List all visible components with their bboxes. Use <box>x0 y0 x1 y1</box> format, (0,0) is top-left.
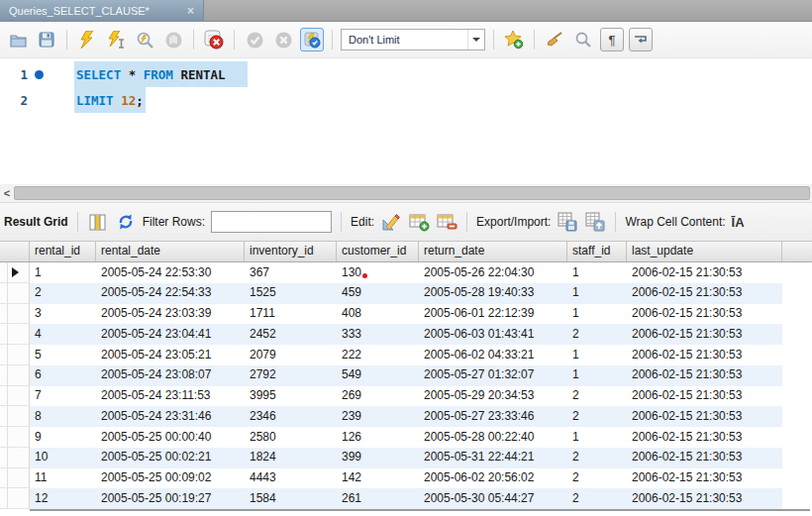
table-row[interactable]: 102005-05-25 00:02:2118243992005-05-31 2… <box>0 448 812 468</box>
table-row[interactable]: 42005-05-24 23:04:4124523332005-06-03 01… <box>0 324 812 345</box>
table-cell-inventory_id[interactable]: 3995 <box>245 386 337 407</box>
table-cell-inventory_id[interactable]: 1711 <box>245 304 337 325</box>
table-cell-staff_id[interactable]: 1 <box>567 427 627 448</box>
scroll-left-button[interactable]: < <box>0 184 14 202</box>
table-cell-staff_id[interactable]: 2 <box>567 324 627 345</box>
table-cell-return_date[interactable]: 2005-06-03 01:43:41 <box>419 324 567 345</box>
table-cell-rental_date[interactable]: 2005-05-24 23:05:21 <box>96 345 245 365</box>
table-cell-last_update[interactable]: 2006-02-15 21:30:53 <box>627 386 782 407</box>
table-cell-rental_date[interactable]: 2005-05-25 00:19:27 <box>96 488 245 509</box>
table-cell-rental_id[interactable]: 2 <box>30 283 96 304</box>
table-row[interactable]: 92005-05-25 00:00:4025801262005-05-28 00… <box>0 427 812 448</box>
table-cell-rental_id[interactable]: 9 <box>30 427 96 448</box>
table-row[interactable]: 32005-05-24 23:03:3917114082005-06-01 22… <box>0 304 812 325</box>
table-cell-staff_id[interactable]: 1 <box>567 283 627 304</box>
column-header-customer_id[interactable]: customer_id <box>337 242 419 261</box>
table-cell-rental_date[interactable]: 2005-05-24 22:54:33 <box>96 283 245 304</box>
dropdown-arrow-icon[interactable] <box>467 30 484 50</box>
sql-editor[interactable]: 1SELECT * FROM RENTAL2LIMIT 12; <box>0 58 812 184</box>
table-cell-rental_date[interactable]: 2005-05-25 00:00:40 <box>96 427 245 448</box>
table-cell-customer_id[interactable]: 399 <box>337 448 419 468</box>
table-cell-inventory_id[interactable]: 2079 <box>245 345 337 365</box>
table-cell-return_date[interactable]: 2005-05-26 22:04:30 <box>419 262 567 283</box>
table-row[interactable]: 72005-05-24 23:11:5339952692005-05-29 20… <box>0 386 812 407</box>
row-selector[interactable] <box>0 468 30 489</box>
row-selector[interactable] <box>0 304 30 325</box>
column-header-rental_date[interactable]: rental_date <box>96 242 245 261</box>
stop-icon[interactable] <box>161 28 185 52</box>
row-selector[interactable] <box>0 283 30 304</box>
table-cell-last_update[interactable]: 2006-02-15 21:30:53 <box>627 304 782 325</box>
delete-row-icon[interactable] <box>436 211 457 233</box>
table-cell-return_date[interactable]: 2005-06-02 04:33:21 <box>419 345 567 365</box>
find-icon[interactable] <box>571 28 595 52</box>
table-cell-last_update[interactable]: 2006-02-15 21:30:53 <box>627 427 782 448</box>
row-selector[interactable] <box>0 365 30 386</box>
table-cell-staff_id[interactable]: 2 <box>567 386 627 407</box>
import-records-icon[interactable] <box>584 211 606 233</box>
column-header-return_date[interactable]: return_date <box>419 242 567 261</box>
table-cell-rental_id[interactable]: 12 <box>30 488 96 509</box>
limit-rows-dropdown[interactable]: Don't Limit <box>341 29 485 51</box>
table-cell-customer_id[interactable]: 239 <box>337 406 419 427</box>
row-selector[interactable] <box>0 386 30 407</box>
table-cell-last_update[interactable]: 2006-02-15 21:30:53 <box>627 283 782 304</box>
column-header-inventory_id[interactable]: inventory_id <box>245 242 337 261</box>
table-cell-rental_id[interactable]: 11 <box>30 468 96 489</box>
table-cell-rental_id[interactable]: 6 <box>30 365 96 386</box>
refresh-icon[interactable] <box>115 211 137 233</box>
tab-close-icon[interactable]: × <box>184 4 197 18</box>
explain-icon[interactable] <box>133 28 156 52</box>
row-selector[interactable] <box>0 324 30 345</box>
table-row[interactable]: 112005-05-25 00:09:0244431422005-06-02 2… <box>0 468 812 489</box>
table-cell-inventory_id[interactable]: 2452 <box>245 324 337 345</box>
toggle-stop-on-error-icon[interactable] <box>202 28 226 52</box>
table-cell-return_date[interactable]: 2005-05-27 01:32:07 <box>419 365 567 386</box>
row-selector-header[interactable] <box>0 242 30 261</box>
table-cell-rental_date[interactable]: 2005-05-24 23:03:39 <box>96 304 245 325</box>
table-cell-return_date[interactable]: 2005-05-29 20:34:53 <box>419 386 567 407</box>
table-cell-staff_id[interactable]: 1 <box>567 345 627 365</box>
show-invisibles-icon[interactable]: ¶ <box>600 28 624 52</box>
table-cell-rental_id[interactable]: 8 <box>30 406 96 427</box>
table-cell-rental_id[interactable]: 5 <box>30 345 96 365</box>
row-selector[interactable] <box>0 488 30 509</box>
table-cell-customer_id[interactable]: 269 <box>337 386 419 407</box>
table-cell-rental_id[interactable]: 7 <box>30 386 96 407</box>
table-cell-inventory_id[interactable]: 4443 <box>245 468 337 489</box>
beautify-icon[interactable] <box>543 28 566 52</box>
table-row[interactable]: 62005-05-24 23:08:0727925492005-05-27 01… <box>0 365 812 386</box>
table-cell-staff_id[interactable]: 1 <box>567 365 627 386</box>
table-cell-customer_id[interactable]: 408 <box>337 304 419 325</box>
table-cell-staff_id[interactable]: 2 <box>567 406 627 427</box>
open-script-icon[interactable] <box>6 28 30 52</box>
rollback-icon[interactable] <box>271 28 295 52</box>
table-cell-staff_id[interactable]: 2 <box>567 488 627 509</box>
execute-icon[interactable] <box>75 28 99 52</box>
table-row[interactable]: 52005-05-24 23:05:2120792222005-06-02 04… <box>0 345 812 365</box>
table-cell-staff_id[interactable]: 1 <box>567 262 627 283</box>
edit-record-icon[interactable] <box>380 211 402 233</box>
table-cell-last_update[interactable]: 2006-02-15 21:30:53 <box>627 365 782 386</box>
table-cell-last_update[interactable]: 2006-02-15 21:30:53 <box>627 262 782 283</box>
row-selector[interactable] <box>0 448 30 468</box>
toggle-wrapping-icon[interactable] <box>629 28 653 52</box>
table-cell-last_update[interactable]: 2006-02-15 21:30:53 <box>627 345 782 365</box>
execute-current-icon[interactable] <box>104 28 128 52</box>
table-cell-customer_id[interactable]: 126 <box>337 427 419 448</box>
table-cell-inventory_id[interactable]: 1525 <box>245 283 337 304</box>
table-cell-customer_id[interactable]: 549 <box>337 365 419 386</box>
table-row[interactable]: 122005-05-25 00:19:2715842612005-05-30 0… <box>0 488 812 509</box>
table-cell-customer_id[interactable]: 261 <box>337 488 419 509</box>
column-header-last_update[interactable]: last_update <box>627 242 782 261</box>
table-cell-rental_id[interactable]: 1 <box>30 262 96 283</box>
table-cell-staff_id[interactable]: 2 <box>567 468 627 489</box>
table-cell-inventory_id[interactable]: 367 <box>245 262 337 283</box>
table-cell-inventory_id[interactable]: 2792 <box>245 365 337 386</box>
wrap-cell-icon[interactable]: ĪA <box>732 215 745 230</box>
table-cell-return_date[interactable]: 2005-05-28 19:40:33 <box>419 283 567 304</box>
column-header-staff_id[interactable]: staff_id <box>567 242 627 261</box>
table-cell-customer_id[interactable]: 459 <box>337 283 419 304</box>
table-row[interactable]: 12005-05-24 22:53:303671302005-05-26 22:… <box>0 262 812 283</box>
table-cell-rental_id[interactable]: 3 <box>30 304 96 325</box>
